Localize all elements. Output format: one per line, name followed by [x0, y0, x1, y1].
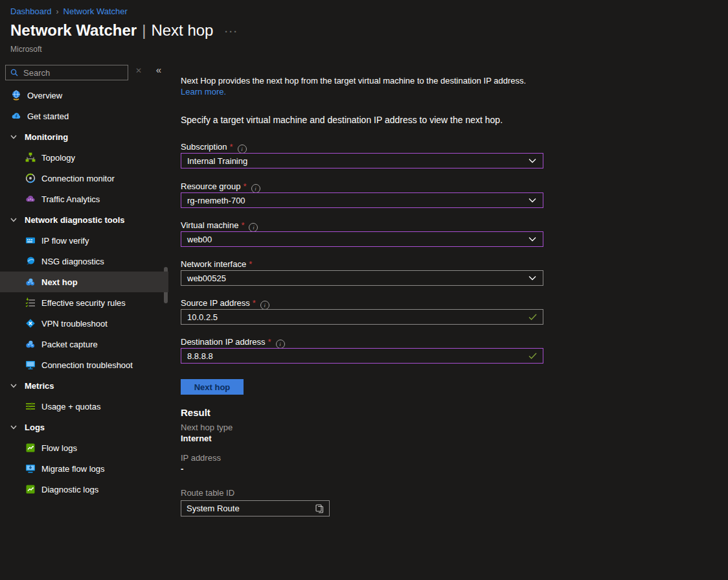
- sidebar-item-label: Packet capture: [41, 340, 98, 349]
- learn-more-link[interactable]: Learn more.: [181, 87, 226, 97]
- sidebar-item-effective-security-rules[interactable]: Effective security rules: [0, 292, 168, 313]
- sidebar-group-network-diagnostic-tools[interactable]: Network diagnostic tools: [0, 209, 168, 230]
- virtual-machine-field: Virtual machine* web00: [181, 219, 543, 232]
- sidebar-item-next-hop[interactable]: Next hop: [0, 272, 168, 292]
- sidebar-item-connection-monitor[interactable]: Connection monitor: [0, 168, 168, 189]
- sidebar-item-label: Migrate flow logs: [41, 464, 105, 474]
- sidebar-item-label: Flow logs: [41, 443, 77, 453]
- packet-capture-icon: [25, 338, 36, 350]
- sidebar-item-label: Usage + quotas: [41, 402, 100, 412]
- info-icon[interactable]: [238, 145, 247, 154]
- sidebar-item-get-started[interactable]: Get started: [0, 106, 168, 126]
- breadcrumb: Dashboard›Network Watcher: [10, 6, 128, 16]
- route-table-id-value: System Route: [181, 504, 315, 513]
- sidebar-item-connection-troubleshoot[interactable]: Connection troubleshoot: [0, 354, 168, 375]
- network-interface-dropdown[interactable]: web00525: [181, 270, 543, 286]
- valid-check-icon: [529, 353, 537, 359]
- dropdown-value: Internal Training: [181, 156, 529, 166]
- page-title-secondary: Next hop: [151, 21, 213, 39]
- sidebar-item-label: Diagnostic logs: [41, 485, 98, 494]
- network-watcher-page: Dashboard›Network Watcher Network Watche…: [0, 0, 728, 580]
- sidebar-item-migrate-flow-logs[interactable]: Migrate flow logs: [0, 458, 168, 479]
- search-input[interactable]: [22, 67, 128, 78]
- required-marker: *: [241, 220, 244, 230]
- migrate-flow-logs-icon: [25, 463, 36, 474]
- info-icon[interactable]: [251, 184, 260, 193]
- sidebar-item-vpn-troubleshoot[interactable]: VPN troubleshoot: [0, 313, 168, 334]
- dropdown-value: web00525: [181, 273, 529, 283]
- collapse-sidebar-icon[interactable]: «: [153, 64, 165, 76]
- vpn-icon: [25, 318, 36, 329]
- sidebar-item-traffic-analytics[interactable]: Traffic Analytics: [0, 189, 168, 209]
- nsg-diagnostics-icon: [25, 255, 36, 267]
- required-marker: *: [253, 298, 256, 308]
- sidebar-search-box[interactable]: [5, 65, 128, 80]
- sidebar-item-usage-quotas[interactable]: Usage + quotas: [0, 396, 168, 417]
- input-value: 8.8.8.8: [181, 351, 529, 361]
- resource-group-dropdown[interactable]: rg-rnemeth-700: [181, 192, 543, 208]
- sidebar-item-flow-logs[interactable]: Flow logs: [0, 437, 168, 458]
- next-hop-icon: [25, 276, 36, 288]
- sidebar-group-monitoring[interactable]: Monitoring: [0, 126, 168, 147]
- result-heading: Result: [181, 407, 210, 418]
- sidebar-group-label: Network diagnostic tools: [25, 215, 125, 225]
- cloud-lightning-icon: [10, 110, 22, 122]
- chevron-down-icon: [10, 425, 17, 430]
- sidebar: ✕ « Overview Get started Monitoring Topo…: [0, 62, 170, 580]
- sidebar-item-label: Connection troubleshoot: [41, 360, 133, 370]
- sidebar-item-nsg-diagnostics[interactable]: NSG diagnostics: [0, 251, 168, 272]
- sidebar-item-overview[interactable]: Overview: [0, 85, 168, 106]
- next-hop-button[interactable]: Next hop: [181, 379, 244, 395]
- breadcrumb-dashboard[interactable]: Dashboard: [10, 6, 52, 16]
- topology-icon: [25, 152, 36, 163]
- required-marker: *: [249, 259, 252, 269]
- more-actions-icon[interactable]: ···: [225, 26, 238, 37]
- clear-search-icon[interactable]: ✕: [133, 65, 144, 76]
- intro-sentence: Next Hop provides the next hop from the …: [181, 76, 526, 86]
- destination-ip-field: Destination IP address* 8.8.8.8: [181, 336, 543, 349]
- page-subtitle: Microsoft: [10, 45, 42, 54]
- sidebar-item-label: NSG diagnostics: [41, 257, 104, 266]
- sidebar-item-label: Effective security rules: [41, 298, 126, 308]
- sidebar-group-logs[interactable]: Logs: [0, 417, 168, 437]
- sidebar-group-label: Monitoring: [25, 132, 68, 142]
- sidebar-item-diagnostic-logs[interactable]: Diagnostic logs: [0, 479, 168, 500]
- chevron-down-icon: [529, 275, 536, 281]
- field-label: Resource group: [181, 181, 241, 191]
- field-label: Subscription: [181, 142, 227, 152]
- main-content: Next Hop provides the next hop from the …: [181, 62, 582, 580]
- sidebar-nav: Overview Get started Monitoring Topology…: [0, 85, 168, 500]
- info-icon[interactable]: [276, 340, 285, 349]
- sidebar-item-ip-flow-verify[interactable]: IP flow verify: [0, 230, 168, 251]
- sidebar-group-metrics[interactable]: Metrics: [0, 375, 168, 396]
- copy-icon[interactable]: [315, 504, 324, 513]
- field-label: Virtual machine: [181, 220, 238, 230]
- required-marker: *: [230, 142, 233, 152]
- sidebar-item-packet-capture[interactable]: Packet capture: [0, 334, 168, 354]
- chevron-down-icon: [529, 158, 536, 163]
- next-hop-type-value: Internet: [181, 434, 212, 443]
- globe-icon: [10, 89, 22, 101]
- breadcrumb-network-watcher[interactable]: Network Watcher: [63, 6, 128, 16]
- info-icon[interactable]: [249, 223, 258, 232]
- sidebar-group-label: Logs: [25, 423, 45, 432]
- field-label: Destination IP address: [181, 337, 266, 347]
- next-hop-type-label: Next hop type: [181, 423, 233, 432]
- field-label: Source IP address: [181, 298, 250, 308]
- required-marker: *: [244, 181, 247, 191]
- destination-ip-input[interactable]: 8.8.8.8: [181, 348, 543, 364]
- required-marker: *: [268, 337, 271, 347]
- route-table-id-label: Route table ID: [181, 488, 234, 498]
- info-icon[interactable]: [260, 301, 269, 310]
- chevron-down-icon: [10, 218, 17, 222]
- chevron-down-icon: [10, 384, 17, 388]
- sidebar-item-topology[interactable]: Topology: [0, 147, 168, 168]
- security-rules-icon: [25, 297, 36, 308]
- subscription-dropdown[interactable]: Internal Training: [181, 153, 543, 168]
- connection-monitor-icon: [25, 172, 36, 184]
- resource-group-field: Resource group* rg-rnemeth-700: [181, 180, 543, 193]
- source-ip-input[interactable]: 10.0.2.5: [181, 309, 543, 325]
- virtual-machine-dropdown[interactable]: web00: [181, 231, 543, 247]
- dropdown-value: rg-rnemeth-700: [181, 196, 529, 205]
- ip-address-label: IP address: [181, 453, 221, 463]
